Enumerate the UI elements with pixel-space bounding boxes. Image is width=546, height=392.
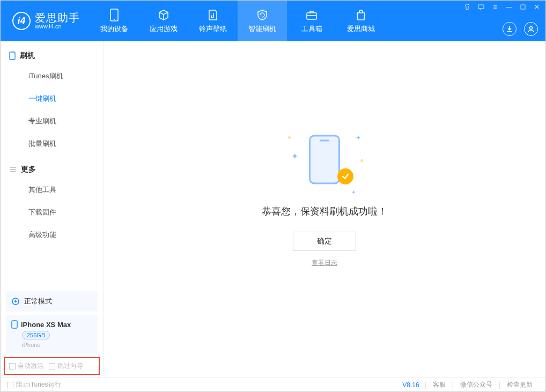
version-label: V8.16 xyxy=(402,381,424,389)
sidebar-heading-more: 更多 xyxy=(1,165,103,179)
sidebar: 刷机 iTunes刷机 一键刷机 专业刷机 批量刷机 更多 其他工具 下载固件 … xyxy=(1,41,104,377)
device-type: iPhone xyxy=(22,342,40,348)
svg-point-3 xyxy=(530,27,533,29)
checkbox-box xyxy=(7,382,13,388)
nav-apps-games[interactable]: 应用游戏 xyxy=(139,1,188,41)
checkbox-box xyxy=(49,363,55,369)
status-bar: 阻止iTunes运行 V8.16 | 客服 | 微信公众号 | 检查更新 xyxy=(1,377,545,392)
svg-rect-5 xyxy=(521,5,525,9)
sidebar-item-batch-flash[interactable]: 批量刷机 xyxy=(1,132,103,155)
sidebar-item-other-tools[interactable]: 其他工具 xyxy=(1,179,103,201)
svg-rect-6 xyxy=(10,52,15,60)
device-icon xyxy=(110,8,119,22)
phone-outline-icon xyxy=(309,135,340,184)
sparkle-icon: ✦ xyxy=(351,189,356,195)
sidebar-heading-label: 更多 xyxy=(21,165,36,174)
sidebar-device-area: 正常模式 iPhone XS Max 256GB iPhone 自动激活 跳过向… xyxy=(1,288,103,377)
bag-icon xyxy=(356,8,366,22)
ok-button[interactable]: 确定 xyxy=(293,232,356,251)
check-badge-icon xyxy=(337,168,353,184)
cube-icon xyxy=(158,8,169,22)
nav-toolbox[interactable]: 工具箱 xyxy=(287,1,336,41)
nav-my-device[interactable]: 我的设备 xyxy=(90,1,139,41)
mode-label: 正常模式 xyxy=(24,297,52,306)
dot-icon xyxy=(288,136,291,139)
maximize-icon[interactable] xyxy=(519,3,527,11)
block-itunes-checkbox[interactable]: 阻止iTunes运行 xyxy=(7,380,61,389)
menu-icon[interactable]: ≡ xyxy=(491,3,499,11)
skip-wizard-checkbox[interactable]: 跳过向导 xyxy=(49,361,83,371)
sparkle-icon: ✦ xyxy=(356,134,361,142)
sidebar-heading-flash: 刷机 xyxy=(1,51,103,65)
device-name: iPhone XS Max xyxy=(21,321,71,329)
refresh-shield-icon xyxy=(256,8,268,22)
svg-point-8 xyxy=(14,300,17,302)
nav-label: 工具箱 xyxy=(301,24,322,34)
list-icon xyxy=(9,166,17,173)
sidebar-item-pro-flash[interactable]: 专业刷机 xyxy=(1,110,103,132)
checkbox-label: 自动激活 xyxy=(18,361,43,371)
nav-ringtone-wallpaper[interactable]: 铃声壁纸 xyxy=(188,1,238,41)
logo-icon: i4 xyxy=(12,12,31,30)
auto-activate-checkbox[interactable]: 自动激活 xyxy=(9,361,43,371)
close-icon[interactable]: ✕ xyxy=(533,3,541,11)
sidebar-item-onekey-flash[interactable]: 一键刷机 xyxy=(1,87,103,110)
sidebar-item-advanced[interactable]: 高级功能 xyxy=(1,224,103,246)
sidebar-item-itunes-flash[interactable]: iTunes刷机 xyxy=(1,65,103,87)
nav-store[interactable]: 爱思商城 xyxy=(336,1,386,41)
sidebar-list-flash: iTunes刷机 一键刷机 专业刷机 批量刷机 xyxy=(1,65,103,155)
nav-label: 我的设备 xyxy=(100,24,128,34)
app-body: 刷机 iTunes刷机 一键刷机 专业刷机 批量刷机 更多 其他工具 下载固件 … xyxy=(1,41,545,377)
checkbox-label: 阻止iTunes运行 xyxy=(16,380,61,389)
view-log-link[interactable]: 查看日志 xyxy=(312,258,337,268)
sidebar-item-download-fw[interactable]: 下载固件 xyxy=(1,201,103,224)
minimize-icon[interactable]: — xyxy=(505,3,513,11)
shirt-icon[interactable] xyxy=(463,3,471,11)
svg-rect-2 xyxy=(307,13,316,19)
device-phone-icon xyxy=(11,320,18,329)
checkbox-label: 跳过向导 xyxy=(57,361,83,371)
nav-label: 应用游戏 xyxy=(150,24,178,34)
checkbox-box xyxy=(9,363,16,369)
app-header: i4 爱思助手 www.i4.cn 我的设备 应用游戏 铃声壁纸 智能刷机 工具… xyxy=(1,1,545,41)
device-name-row: iPhone XS Max xyxy=(11,320,92,329)
main-nav: 我的设备 应用游戏 铃声壁纸 智能刷机 工具箱 爱思商城 xyxy=(90,1,386,41)
logo-title: 爱思助手 xyxy=(35,12,80,24)
nav-label: 爱思商城 xyxy=(347,24,375,34)
device-box[interactable]: iPhone XS Max 256GB iPhone xyxy=(6,315,98,354)
mode-box[interactable]: 正常模式 xyxy=(6,291,98,312)
window-controls: ≡ — ✕ xyxy=(463,3,541,11)
device-capacity: 256GB xyxy=(22,331,50,339)
logo: i4 爱思助手 www.i4.cn xyxy=(1,12,90,30)
svg-rect-9 xyxy=(12,321,17,328)
customer-service-link[interactable]: 客服 xyxy=(426,380,452,389)
sidebar-group-flash: 刷机 iTunes刷机 一键刷机 专业刷机 批量刷机 xyxy=(1,41,103,155)
main-content: ✦ ✦ ✦ 恭喜您，保资料刷机成功啦！ 确定 查看日志 xyxy=(104,41,545,377)
music-file-icon xyxy=(208,8,218,22)
success-illustration: ✦ ✦ ✦ xyxy=(282,130,367,194)
user-icon[interactable] xyxy=(524,22,538,36)
svg-point-1 xyxy=(114,19,115,20)
svg-rect-4 xyxy=(478,5,484,9)
nav-smart-flash[interactable]: 智能刷机 xyxy=(238,1,287,41)
logo-subtitle: www.i4.cn xyxy=(35,24,80,30)
sidebar-group-more: 更多 其他工具 下载固件 高级功能 xyxy=(1,155,103,246)
toolbox-icon xyxy=(306,8,318,22)
nav-label: 智能刷机 xyxy=(248,24,276,34)
feedback-icon[interactable] xyxy=(477,3,485,11)
logo-text: 爱思助手 www.i4.cn xyxy=(35,12,80,30)
mode-icon xyxy=(11,297,20,306)
sidebar-list-more: 其他工具 下载固件 高级功能 xyxy=(1,179,103,246)
nav-label: 铃声壁纸 xyxy=(199,24,227,34)
sidebar-heading-label: 刷机 xyxy=(20,51,35,61)
dot-icon xyxy=(360,159,363,162)
success-message: 恭喜您，保资料刷机成功啦！ xyxy=(262,205,387,218)
download-icon[interactable] xyxy=(503,22,517,36)
phone-icon xyxy=(9,51,16,60)
sparkle-icon: ✦ xyxy=(291,151,298,161)
header-action-icons xyxy=(503,22,538,36)
wechat-link[interactable]: 微信公众号 xyxy=(454,380,499,389)
check-update-link[interactable]: 检查更新 xyxy=(500,380,539,389)
flash-options-highlight: 自动激活 跳过向导 xyxy=(4,357,100,375)
